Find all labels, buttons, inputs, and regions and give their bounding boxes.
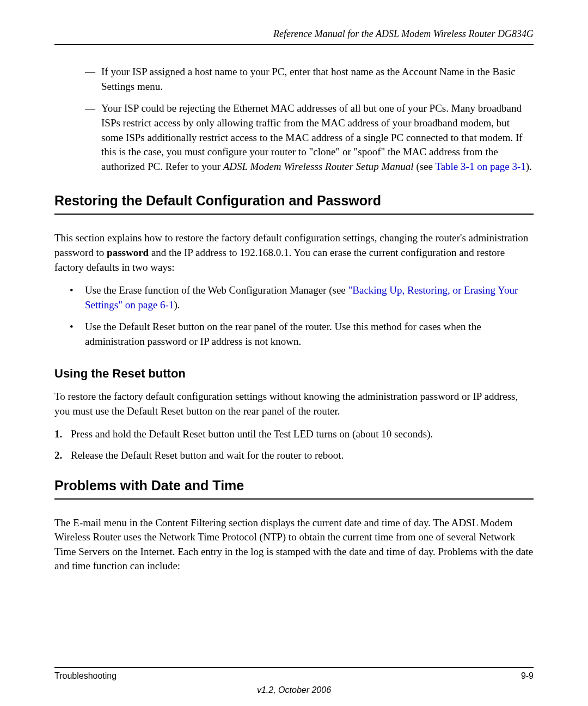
restoring-intro-bold: password <box>107 247 149 258</box>
page-header: Reference Manual for the ADSL Modem Wire… <box>54 27 534 45</box>
dash-item-2-part3: ). <box>526 161 532 172</box>
dash-item-1: If your ISP assigned a host name to your… <box>85 65 534 94</box>
step-1: 1. Press and hold the Default Reset butt… <box>54 427 534 442</box>
dash-item-2-link[interactable]: Table 3-1 on page 3-1 <box>435 161 525 172</box>
page-footer: Troubleshooting 9-9 <box>54 667 534 682</box>
heading-datetime: Problems with Date and Time <box>54 476 534 500</box>
dash-list: If your ISP assigned a host name to your… <box>54 65 534 174</box>
bullet-1: Use the Erase function of the Web Config… <box>70 283 534 312</box>
header-title: Reference Manual for the ADSL Modem Wire… <box>273 28 534 39</box>
dash-item-1-text: If your ISP assigned a host name to your… <box>101 66 516 92</box>
step-2: 2. Release the Default Reset button and … <box>54 448 534 463</box>
bullet-1-part2: ). <box>174 299 180 311</box>
step-1-number: 1. <box>54 427 62 442</box>
numbered-list: 1. Press and hold the Default Reset butt… <box>54 427 534 462</box>
dash-item-2-italic: ADSL Modem Wirelesss Router Setup Manual <box>223 161 414 172</box>
footer-left: Troubleshooting <box>54 670 117 682</box>
footer-right: 9-9 <box>521 670 534 682</box>
datetime-intro: The E-mail menu in the Content Filtering… <box>54 516 534 574</box>
bullet-list: Use the Erase function of the Web Config… <box>54 283 534 349</box>
step-1-text: Press and hold the Default Reset button … <box>71 428 433 440</box>
dash-item-2-part2: (see <box>414 161 436 172</box>
heading-restoring: Restoring the Default Configuration and … <box>54 191 534 215</box>
step-2-number: 2. <box>54 448 62 463</box>
bullet-1-part1: Use the Erase function of the Web Config… <box>85 284 348 296</box>
restoring-intro: This section explains how to restore the… <box>54 231 534 275</box>
bullet-2: Use the Default Reset button on the rear… <box>70 320 534 349</box>
footer-version: v1.2, October 2006 <box>0 684 588 696</box>
heading-reset-button: Using the Reset button <box>54 366 534 382</box>
dash-item-2: Your ISP could be rejecting the Ethernet… <box>85 101 534 174</box>
step-2-text: Release the Default Reset button and wai… <box>71 449 344 461</box>
bullet-2-text: Use the Default Reset button on the rear… <box>85 321 481 347</box>
reset-intro: To restore the factory default configura… <box>54 389 534 418</box>
